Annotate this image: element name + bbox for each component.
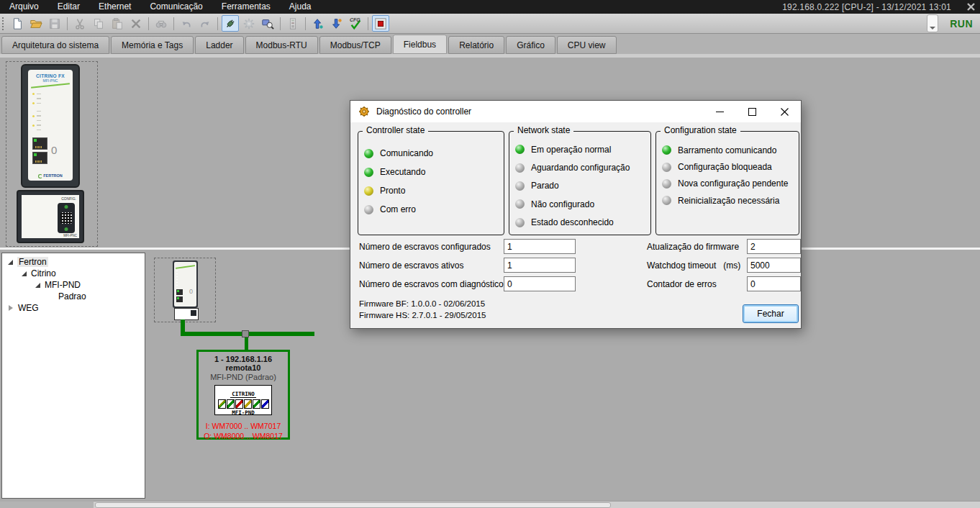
master-device-node[interactable]: 0: [154, 258, 216, 322]
state-label: Reinicialização necessária: [678, 196, 779, 206]
find-icon[interactable]: [153, 15, 170, 32]
tree-item-label: Padrao: [58, 291, 86, 301]
cut-icon[interactable]: [71, 15, 89, 32]
state-label: Nova configuração pendente: [678, 178, 788, 189]
led-indicator: [662, 163, 671, 172]
slave-address-ip: 1 - 192.168.1.16: [199, 355, 288, 363]
dialog-maximize-icon[interactable]: [736, 101, 768, 122]
state-row: Comunicando: [364, 144, 504, 163]
tree-item-fertron[interactable]: Fertron: [2, 256, 145, 268]
device-preview[interactable]: CITRINO FX MFI-PNC: [6, 61, 98, 247]
dialog-close-icon[interactable]: [768, 101, 801, 122]
save-icon[interactable]: [46, 15, 63, 32]
slave-node-box[interactable]: 1 - 192.168.1.16 remota10 MFI-PND (Padra…: [196, 350, 290, 440]
input-escravos-configurados[interactable]: [504, 239, 576, 254]
tab-modbus-rtu[interactable]: Modbus-RTU: [245, 36, 318, 54]
led-indicator: [662, 179, 671, 189]
input-escravos-ativos[interactable]: [504, 258, 576, 273]
state-label: Barramento comunicando: [678, 145, 776, 155]
dialog-title-bar[interactable]: Diagnóstico do controller: [350, 101, 801, 122]
undo-icon[interactable]: [178, 15, 195, 32]
dialog-minimize-icon[interactable]: [704, 101, 736, 122]
config-model-label: MFI-PNC: [63, 234, 77, 237]
open-folder-icon[interactable]: [27, 15, 45, 32]
tree-item-label: WEG: [18, 303, 39, 313]
slave-type: MFI-PND (Padrao): [199, 373, 288, 381]
input-escravos-diagnostico[interactable]: [504, 276, 576, 291]
group-title: Network state: [514, 125, 573, 135]
tab-relatorio[interactable]: Relatório: [448, 36, 504, 54]
master-device-image: 0: [173, 260, 198, 308]
download-transfer-icon[interactable]: [328, 15, 345, 32]
device-model-label: MFI-PNC: [28, 78, 73, 83]
connect-plug-icon[interactable]: [222, 15, 239, 32]
menu-arquivo[interactable]: Arquivo: [0, 0, 48, 14]
led-indicator: [364, 205, 373, 214]
tree-item-padrao[interactable]: Padrao: [2, 291, 145, 302]
tab-memoria-e-tags[interactable]: Memória e Tags: [111, 36, 194, 54]
led-indicator: [515, 199, 525, 209]
tab-arquitetura-do-sistema[interactable]: Arquitetura do sistema: [1, 36, 109, 54]
tree-expanded-icon[interactable]: [8, 260, 13, 265]
device-led-column: [32, 93, 41, 134]
field-label-escravos-configurados: Número de escravos configurados: [359, 242, 491, 252]
cfg-verify-icon[interactable]: CFG: [347, 15, 364, 32]
input-contador-erros[interactable]: [747, 276, 801, 291]
device-monitor-icon[interactable]: [284, 15, 301, 32]
copy-icon[interactable]: [90, 15, 107, 32]
settings-gear-icon[interactable]: [240, 15, 258, 32]
tree-item-mfi-pnd[interactable]: MFI-PND: [2, 279, 145, 291]
state-row: Não configurado: [515, 195, 650, 213]
state-label: Em operação normal: [531, 145, 611, 155]
state-row: Estado desconhecido: [515, 214, 650, 232]
redo-icon[interactable]: [196, 15, 214, 32]
tab-cpu-view[interactable]: CPU view: [557, 36, 617, 54]
menu-ferramentas[interactable]: Ferramentas: [212, 0, 280, 14]
paste-icon[interactable]: [109, 15, 126, 32]
tab-fieldbus[interactable]: Fieldbus: [393, 35, 447, 54]
led-indicator: [515, 181, 525, 191]
menu-ajuda[interactable]: Ajuda: [280, 0, 321, 14]
tab-bar: Arquitetura do sistema Memória e Tags La…: [0, 34, 980, 54]
tree-item-weg[interactable]: WEG: [2, 302, 145, 314]
port-number-label: 0: [51, 144, 57, 156]
menu-comunicacao[interactable]: Comunicação: [140, 0, 212, 14]
fechar-button[interactable]: Fechar: [743, 304, 799, 323]
tab-modbus-tcp[interactable]: Modbus/TCP: [319, 36, 391, 54]
state-row: Parado: [515, 177, 650, 195]
tree-collapsed-icon[interactable]: [9, 305, 13, 311]
group-configuration-state: Configuration state Barramento comunican…: [655, 131, 799, 235]
state-label: Aguardando configuração: [531, 163, 630, 173]
toolbar-scroll-stub[interactable]: [927, 14, 938, 32]
upload-transfer-icon[interactable]: [309, 15, 327, 32]
input-atualizacao-firmware[interactable]: [747, 239, 801, 254]
tree-expanded-icon[interactable]: [22, 271, 27, 276]
state-label: Com erro: [380, 204, 416, 214]
input-watchdog-timeout[interactable]: [747, 258, 801, 273]
delete-icon[interactable]: [127, 15, 145, 32]
state-row: Pronto: [364, 181, 504, 200]
tree-item-label: Fertron: [17, 257, 48, 267]
new-file-icon[interactable]: [9, 15, 26, 32]
search-device-icon[interactable]: [259, 15, 276, 32]
tab-ladder[interactable]: Ladder: [195, 36, 243, 54]
field-label-contador-erros: Contador de erros: [647, 279, 717, 289]
menu-ethernet[interactable]: Ethernet: [89, 0, 140, 14]
tree-item-citrino[interactable]: Citrino: [2, 268, 145, 279]
scrollbar-thumb[interactable]: [95, 502, 611, 508]
stop-icon[interactable]: [372, 15, 389, 32]
horizontal-scrollbar[interactable]: [94, 501, 980, 508]
led-indicator: [515, 145, 525, 154]
device-module-image: CITRINO FX MFI-PNC: [21, 64, 80, 188]
bus-tap-node[interactable]: [242, 330, 249, 337]
menu-editar[interactable]: Editar: [48, 0, 89, 14]
led-indicator: [515, 163, 525, 173]
db9-connector: [58, 203, 75, 233]
tree-item-label: MFI-PND: [45, 280, 81, 290]
app-close-icon[interactable]: [961, 0, 980, 14]
tab-grafico[interactable]: Gráfico: [506, 36, 555, 54]
group-title: Controller state: [363, 125, 428, 135]
toolbar-grip[interactable]: [1, 17, 5, 31]
tree-expanded-icon[interactable]: [35, 283, 40, 288]
device-brand-label: CITRINO FX: [28, 73, 73, 78]
